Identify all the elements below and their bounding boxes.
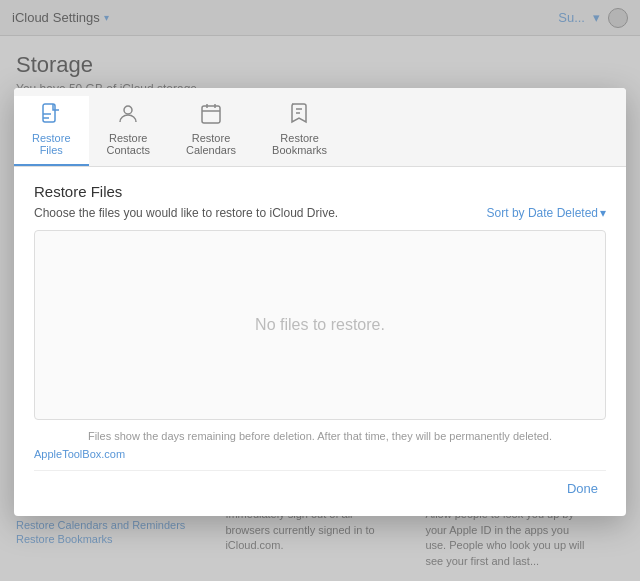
svg-point-3 [124,106,132,114]
sort-button[interactable]: Sort by Date Deleted ▾ [487,206,606,220]
svg-rect-4 [202,106,220,123]
sort-label: Sort by Date Deleted [487,206,598,220]
tab-restore-calendars[interactable]: Restore Calendars [168,96,254,166]
modal-body: Restore Files Choose the files you would… [14,167,626,516]
sort-chevron: ▾ [600,206,606,220]
tab-calendars-label: Restore Calendars [186,132,236,156]
empty-message: No files to restore. [255,316,385,334]
tab-restore-files[interactable]: Restore Files [14,96,89,166]
tab-bookmarks-label: Restore Bookmarks [272,132,327,156]
modal-description: Choose the files you would like to resto… [34,206,338,220]
file-list-area: No files to restore. [34,230,606,420]
restore-files-icon [39,102,63,128]
done-button[interactable]: Done [559,477,606,500]
restore-modal: Restore Files Restore Contacts Resto [14,88,626,516]
watermark: AppleToolBox.com [34,448,606,460]
restore-contacts-icon [116,102,140,128]
tab-files-label: Restore Files [32,132,71,156]
modal-tabs: Restore Files Restore Contacts Resto [14,88,626,167]
modal-title: Restore Files [34,183,606,200]
done-row: Done [34,470,606,504]
footer-note: Files show the days remaining before del… [34,430,606,442]
tab-contacts-label: Restore Contacts [107,132,150,156]
restore-bookmarks-icon [288,102,312,128]
tab-restore-bookmarks[interactable]: Restore Bookmarks [254,96,345,166]
modal-desc-row: Choose the files you would like to resto… [34,206,606,220]
tab-restore-contacts[interactable]: Restore Contacts [89,96,168,166]
restore-calendars-icon [199,102,223,128]
